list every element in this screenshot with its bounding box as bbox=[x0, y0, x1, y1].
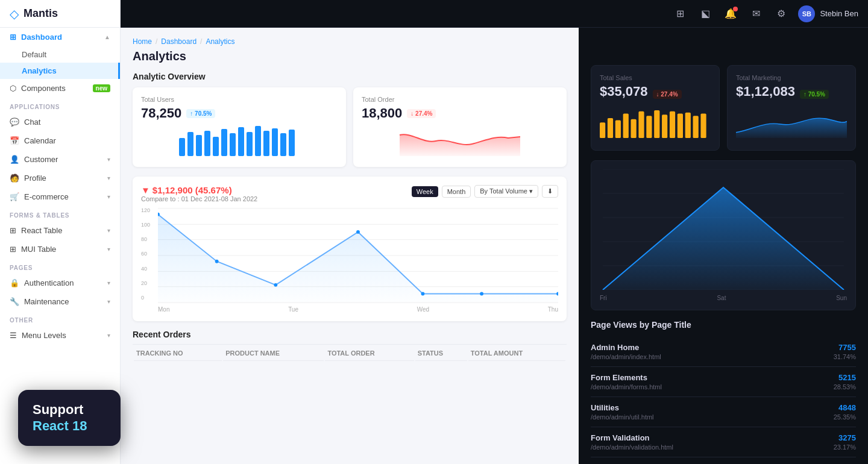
pv-url-2: /demo/admin/util.html bbox=[591, 413, 654, 421]
svg-rect-0 bbox=[179, 138, 185, 156]
pv-item-3: Form Validation /demo/admin/validation.h… bbox=[591, 427, 856, 457]
customer-icon: 👤 bbox=[10, 155, 19, 164]
breadcrumb-dashboard[interactable]: Dashboard bbox=[161, 37, 197, 46]
svg-rect-1 bbox=[187, 132, 193, 156]
svg-rect-8 bbox=[247, 132, 253, 156]
breadcrumb-sep2: / bbox=[200, 37, 202, 46]
svg-rect-32 bbox=[631, 119, 637, 138]
svg-rect-6 bbox=[230, 133, 236, 156]
user-menu[interactable]: SB Stebin Ben bbox=[798, 5, 858, 22]
nav-calendar[interactable]: 📅 Calendar bbox=[0, 131, 120, 150]
volume-button[interactable]: By Total Volume ▾ bbox=[474, 185, 538, 198]
main-area: ⊞ ⬕ 🔔 ✉ ⚙ SB Stebin Ben Home / Dashboard… bbox=[121, 0, 868, 464]
nav-auth-label: Authentication bbox=[24, 278, 74, 287]
pv-item-2: Utilities /demo/admin/util.html 4848 25.… bbox=[591, 397, 856, 427]
notification-icon[interactable]: 🔔 bbox=[722, 5, 739, 22]
income-card: ▼ $1,12,900 (45.67%) Compare to : 01 Dec… bbox=[133, 177, 567, 321]
window-icon[interactable]: ⬕ bbox=[697, 5, 714, 22]
svg-rect-29 bbox=[608, 118, 613, 138]
nav-menu-levels[interactable]: ☰ Menu Levels ▾ bbox=[0, 326, 120, 345]
dark-value-sales: $35,078 bbox=[600, 84, 648, 99]
components-icon: ⬡ bbox=[10, 84, 16, 93]
stat-label-order: Total Order bbox=[362, 96, 558, 103]
chevron-down-icon: ▾ bbox=[107, 280, 110, 286]
dark-stat-card-sales: Total Sales $35,078 ↓ 27.4% bbox=[591, 65, 720, 151]
nav-customer[interactable]: 👤 Customer ▾ bbox=[0, 150, 120, 169]
page-title: Analytics bbox=[133, 49, 567, 63]
pv-title-0: Admin Home bbox=[591, 343, 661, 352]
section-pages: Pages bbox=[0, 259, 120, 274]
month-button[interactable]: Month bbox=[442, 186, 471, 198]
svg-rect-12 bbox=[280, 133, 286, 156]
col-total-order: TOTAL ORDER bbox=[325, 346, 414, 361]
income-header: ▼ $1,12,900 (45.67%) Compare to : 01 Dec… bbox=[141, 185, 558, 202]
y-label-120: 120 bbox=[141, 207, 150, 213]
dark-x-sun: Sun bbox=[836, 295, 847, 301]
pv-pct-3: 23.17% bbox=[834, 444, 856, 451]
sidebar-item-default[interactable]: Default bbox=[0, 46, 120, 63]
nav-chat-label: Chat bbox=[24, 118, 40, 127]
stat-label-users: Total Users bbox=[141, 96, 338, 103]
order-area-chart bbox=[362, 126, 558, 156]
content-dark: Total Sales $35,078 ↓ 27.4% bbox=[579, 28, 868, 464]
apps-icon[interactable]: ⊞ bbox=[671, 5, 688, 22]
svg-point-25 bbox=[421, 292, 424, 296]
income-line-chart bbox=[158, 207, 558, 304]
pv-title-1: Form Elements bbox=[591, 373, 662, 382]
calendar-icon: 📅 bbox=[10, 136, 19, 145]
dark-x-fri: Fri bbox=[600, 295, 607, 301]
dark-stat-cards: Total Sales $35,078 ↓ 27.4% bbox=[591, 65, 856, 151]
pv-item-4: Modals /demo/admin/modals.html 3003 22.2… bbox=[591, 457, 856, 464]
nav-profile[interactable]: 🧑 Profile ▾ bbox=[0, 169, 120, 187]
mail-icon[interactable]: ✉ bbox=[747, 5, 764, 22]
nav-ecommerce[interactable]: 🛒 E-commerce ▾ bbox=[0, 187, 120, 206]
section-applications: Applications bbox=[0, 98, 120, 113]
pv-pct-1: 28.53% bbox=[834, 383, 856, 390]
svg-rect-10 bbox=[263, 131, 269, 156]
section-forms-tables: Forms & Tables bbox=[0, 206, 120, 221]
nav-mui-table[interactable]: ⊞ MUI Table ▾ bbox=[0, 240, 120, 259]
download-button[interactable]: ⬇ bbox=[542, 185, 558, 198]
week-button[interactable]: Week bbox=[412, 186, 438, 197]
dashboard-icon: ⊞ bbox=[10, 33, 16, 42]
chevron-down-icon: ▾ bbox=[107, 193, 110, 200]
nav-chat[interactable]: 💬 Chat bbox=[0, 113, 120, 131]
y-label-100: 100 bbox=[141, 222, 150, 228]
nav-authentication[interactable]: 🔒 Authentication ▾ bbox=[0, 274, 120, 292]
stat-card-order: Total Order 18,800 ↓ 27.4% bbox=[353, 87, 567, 167]
marketing-area-chart bbox=[736, 109, 847, 139]
content-split: Home / Dashboard / Analytics Analytics A… bbox=[121, 28, 868, 464]
chat-icon: 💬 bbox=[10, 118, 19, 127]
settings-icon[interactable]: ⚙ bbox=[773, 5, 790, 22]
nav-components[interactable]: ⬡ Components new bbox=[0, 79, 120, 98]
stat-value-row-order: 18,800 ↓ 27.4% bbox=[362, 105, 558, 121]
popup-line2: React 18 bbox=[33, 418, 106, 434]
svg-point-22 bbox=[215, 260, 219, 263]
dark-label-marketing: Total Marketing bbox=[736, 74, 847, 81]
stat-badge-order: ↓ 27.4% bbox=[407, 109, 436, 118]
page-views-section: Page Views by Page Title Admin Home /dem… bbox=[591, 320, 856, 464]
nav-profile-label: Profile bbox=[24, 174, 46, 183]
mui-table-icon: ⊞ bbox=[10, 245, 16, 254]
svg-rect-30 bbox=[615, 121, 621, 138]
notification-badge bbox=[733, 7, 738, 11]
avatar: SB bbox=[798, 5, 815, 22]
topbar: ⊞ ⬕ 🔔 ✉ ⚙ SB Stebin Ben bbox=[121, 0, 868, 28]
svg-rect-36 bbox=[662, 114, 667, 138]
svg-rect-34 bbox=[646, 116, 652, 138]
nav-maintenance[interactable]: 🔧 Maintenance ▾ bbox=[0, 292, 120, 311]
stat-value-users: 78,250 bbox=[141, 105, 181, 121]
svg-rect-7 bbox=[238, 127, 244, 156]
profile-icon: 🧑 bbox=[10, 174, 19, 183]
breadcrumb-home[interactable]: Home bbox=[133, 37, 152, 46]
nav-dashboard[interactable]: ⊞ Dashboard ▲ bbox=[0, 28, 120, 46]
y-label-80: 80 bbox=[141, 236, 150, 242]
chevron-down-icon: ▾ bbox=[107, 332, 110, 339]
nav-react-table[interactable]: ⊞ React Table ▾ bbox=[0, 221, 120, 240]
popup-card[interactable]: Support React 18 bbox=[18, 390, 121, 446]
sidebar-item-analytics[interactable]: Analytics bbox=[0, 63, 120, 79]
stat-card-users: Total Users 78,250 ↑ 70.5% bbox=[133, 87, 346, 167]
nav-react-table-label: React Table bbox=[21, 226, 62, 235]
y-label-60: 60 bbox=[141, 251, 150, 257]
x-label-mon: Mon bbox=[158, 306, 169, 313]
